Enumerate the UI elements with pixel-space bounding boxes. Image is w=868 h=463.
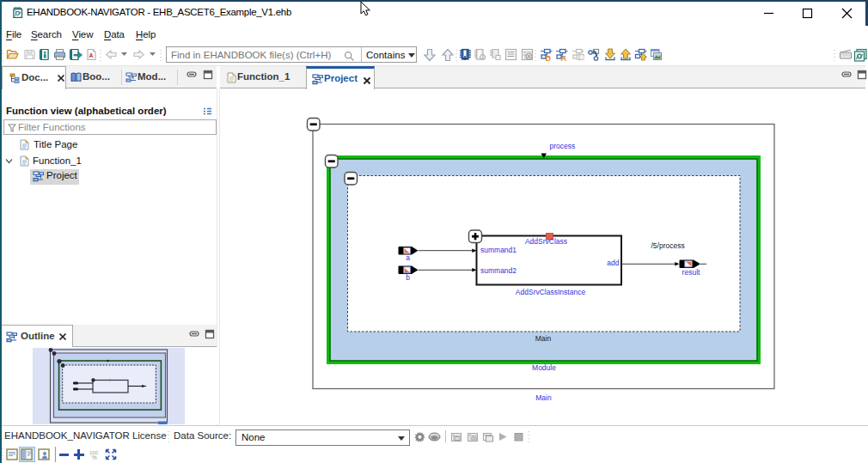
svg-text:/5/process: /5/process (651, 241, 685, 250)
svg-text:A: A (561, 54, 567, 62)
svg-text:%: % (92, 454, 97, 460)
svg-text:AddSrvClass: AddSrvClass (525, 237, 567, 246)
svg-text:b: b (406, 273, 410, 282)
svg-text:Main: Main (535, 393, 552, 402)
svg-text:summand1: summand1 (480, 246, 517, 254)
svg-text:process: process (550, 142, 576, 150)
svg-text:result: result (682, 268, 700, 277)
svg-text:Main: Main (535, 334, 552, 343)
svg-text:summand2: summand2 (480, 266, 517, 275)
svg-text:a: a (406, 253, 410, 262)
svg-text:A: A (89, 52, 93, 58)
svg-text:AddSrvClassInstance: AddSrvClassInstance (516, 288, 586, 296)
svg-text:Module: Module (532, 363, 556, 372)
svg-text:D: D (545, 54, 551, 62)
svg-text:add: add (607, 259, 619, 267)
